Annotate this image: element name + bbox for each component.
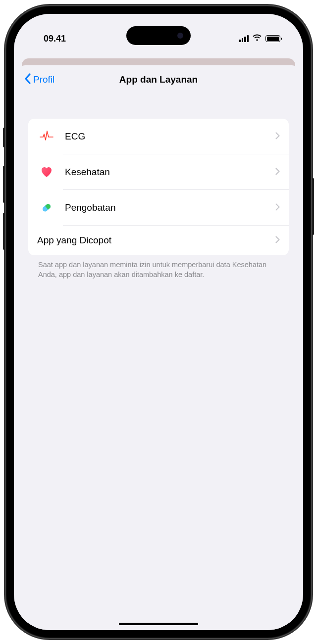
chevron-right-icon bbox=[275, 132, 280, 141]
list-item-label: Pengobatan bbox=[65, 202, 275, 213]
device-frame: 09.41 bbox=[5, 5, 312, 639]
chevron-right-icon bbox=[275, 203, 280, 213]
status-icons bbox=[239, 34, 283, 44]
list-item-label: Kesehatan bbox=[65, 167, 275, 178]
chevron-right-icon bbox=[275, 236, 280, 245]
list-item-ecg[interactable]: ECG bbox=[28, 119, 289, 154]
silence-switch bbox=[3, 128, 5, 147]
ecg-icon bbox=[37, 127, 56, 146]
status-time: 09.41 bbox=[34, 34, 66, 44]
back-label: Profil bbox=[33, 74, 54, 85]
health-icon bbox=[37, 163, 56, 182]
wifi-icon bbox=[252, 34, 262, 44]
power-button bbox=[312, 178, 314, 235]
cellular-signal-icon bbox=[239, 35, 249, 42]
home-indicator[interactable] bbox=[119, 623, 198, 625]
battery-icon bbox=[265, 35, 280, 42]
volume-up-button bbox=[3, 166, 5, 203]
back-button[interactable]: Profil bbox=[24, 73, 54, 87]
apps-list: ECG bbox=[28, 119, 289, 255]
page-title: App dan Layanan bbox=[119, 74, 198, 85]
screen: 09.41 bbox=[14, 14, 303, 630]
list-item-medication[interactable]: Pengobatan bbox=[28, 190, 289, 226]
dynamic-island bbox=[126, 26, 191, 45]
chevron-left-icon bbox=[24, 73, 32, 87]
list-item-uninstalled-apps[interactable]: App yang Dicopot bbox=[28, 226, 289, 255]
chevron-right-icon bbox=[275, 168, 280, 177]
list-item-label: ECG bbox=[65, 131, 275, 142]
list-item-health[interactable]: Kesehatan bbox=[28, 154, 289, 190]
content-area: ECG bbox=[18, 94, 299, 284]
footer-description: Saat app dan layanan meminta izin untuk … bbox=[28, 255, 289, 284]
front-camera bbox=[177, 33, 183, 39]
settings-sheet: Profil App dan Layanan ECG bbox=[18, 65, 299, 630]
navigation-bar: Profil App dan Layanan bbox=[18, 65, 299, 94]
medication-icon bbox=[37, 198, 56, 217]
list-item-label: App yang Dicopot bbox=[37, 235, 275, 246]
volume-down-button bbox=[3, 213, 5, 250]
